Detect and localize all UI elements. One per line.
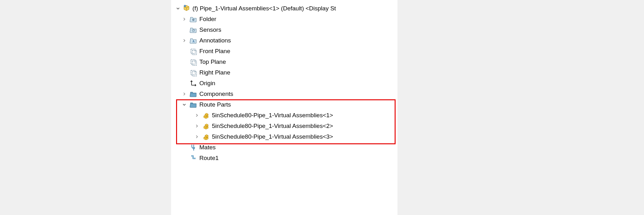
part-icon [202,122,210,130]
chevron-right-icon[interactable] [182,17,187,22]
chevron-right-icon[interactable] [182,38,187,43]
part-icon [202,133,210,141]
arrow-placeholder [182,156,187,161]
tree-item-label: Sensors [199,26,221,33]
chevron-right-icon[interactable] [194,113,199,118]
svg-point-2 [184,5,186,7]
tree-item-label: Front Plane [199,48,230,55]
origin-icon [189,79,197,87]
tree-item-label: Mates [199,144,216,151]
tree-item-row[interactable]: Route Parts [171,99,397,110]
tree-item-label: 5inSchedule80-Pipe_1-Virtual Assemblies<… [212,112,333,119]
svg-rect-12 [192,72,197,76]
svg-text:A: A [192,40,195,43]
tree-item-row[interactable]: 5inSchedule80-Pipe_1-Virtual Assemblies<… [171,131,397,142]
part-icon [202,111,210,119]
tree-item-label: Top Plane [199,58,226,65]
assembly-icon [182,4,191,13]
chevron-right-icon[interactable] [194,124,199,129]
chevron-right-icon[interactable] [182,91,187,96]
arrow-placeholder [182,27,187,32]
svg-rect-7 [191,49,195,53]
tree-item-row[interactable]: Sensors [171,25,397,35]
tree-item-label: Right Plane [199,69,230,76]
tree-item-row[interactable]: Front Plane [171,46,397,57]
tree-item-row[interactable]: Components [171,89,397,99]
arrow-placeholder [182,49,187,54]
svg-rect-11 [191,70,195,75]
mates-icon [189,143,197,152]
tree-item-row[interactable]: Folder [171,14,397,25]
tree-root-label: (f) Pipe_1-Virtual Assemblies<1> (Defaul… [192,5,336,12]
chevron-down-icon[interactable] [175,6,180,11]
tree-item-row[interactable]: AAnnotations [171,35,397,46]
tree-item-label: Folder [199,16,216,23]
route-icon [189,154,197,162]
svg-rect-9 [191,60,195,64]
svg-rect-8 [192,50,197,55]
arrow-placeholder [182,59,187,64]
svg-rect-10 [192,61,197,65]
tree-item-row[interactable]: 5inSchedule80-Pipe_1-Virtual Assemblies<… [171,121,397,131]
tree-root-row[interactable]: (f) Pipe_1-Virtual Assemblies<1> (Defaul… [171,3,397,14]
tree-item-row[interactable]: Origin [171,78,397,89]
tree-item-row[interactable]: 5inSchedule80-Pipe_1-Virtual Assemblies<… [171,110,397,121]
annotations-icon: A [189,36,197,45]
chevron-down-icon[interactable] [182,102,187,107]
tree-item-row[interactable]: Right Plane [171,67,397,78]
tree-item-label: 5inSchedule80-Pipe_1-Virtual Assemblies<… [212,123,333,130]
plane-icon [189,47,197,55]
folder-history-icon [189,15,197,23]
tree-item-row[interactable]: Route1 [171,153,397,163]
arrow-placeholder [182,81,187,86]
tree-item-label: Origin [199,80,215,87]
tree-item-label: Route Parts [199,101,231,108]
chevron-right-icon[interactable] [194,134,199,139]
tree-item-row[interactable]: Mates [171,142,397,153]
folder-icon [189,90,197,98]
arrow-placeholder [182,70,187,75]
sensors-icon [189,26,197,34]
tree-item-label: Annotations [199,37,231,44]
plane-icon [189,69,197,77]
plane-icon [189,58,197,66]
tree-item-label: Components [199,91,233,97]
tree-item-label: 5inSchedule80-Pipe_1-Virtual Assemblies<… [212,133,333,140]
feature-tree-panel: (f) Pipe_1-Virtual Assemblies<1> (Defaul… [171,0,397,215]
tree-item-row[interactable]: Top Plane [171,57,397,67]
tree-item-label: Route1 [199,155,219,162]
folder-icon [189,101,197,109]
arrow-placeholder [182,145,187,150]
